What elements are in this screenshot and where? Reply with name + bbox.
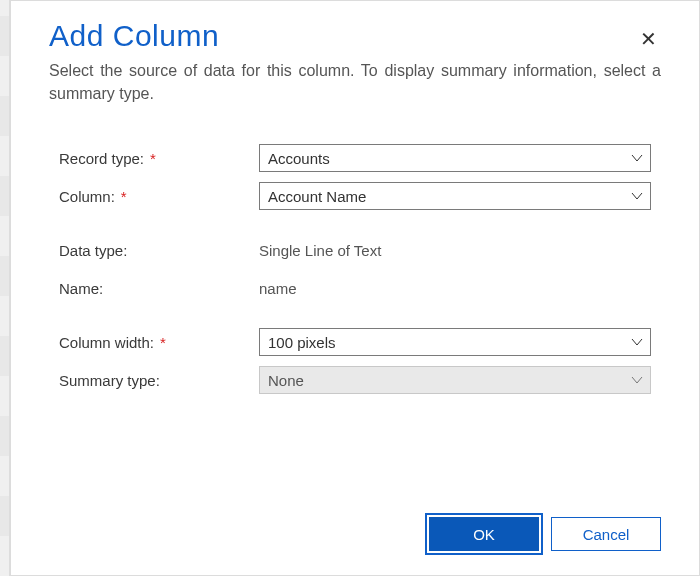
required-marker: * xyxy=(121,189,127,204)
row-data-type: Data type: Single Line of Text xyxy=(59,235,651,265)
label-text: Record type: xyxy=(59,150,144,167)
row-column-width: Column width: * 100 pixels xyxy=(59,327,651,357)
close-button[interactable]: ✕ xyxy=(636,25,661,53)
column-select[interactable]: Account Name xyxy=(259,182,651,210)
required-marker: * xyxy=(150,151,156,166)
required-marker: * xyxy=(160,335,166,350)
chevron-down-icon xyxy=(630,373,644,387)
label-text: Column width: xyxy=(59,334,154,351)
column-width-select[interactable]: 100 pixels xyxy=(259,328,651,356)
summary-type-select: None xyxy=(259,366,651,394)
ok-button[interactable]: OK xyxy=(429,517,539,551)
label-text: Summary type: xyxy=(59,372,160,389)
add-column-dialog: Add Column ✕ Select the source of data f… xyxy=(10,0,700,576)
chevron-down-icon xyxy=(630,151,644,165)
label-text: Column: xyxy=(59,188,115,205)
label-text: Data type: xyxy=(59,242,127,259)
select-value: Account Name xyxy=(268,188,366,205)
dialog-title: Add Column xyxy=(49,19,636,53)
chevron-down-icon xyxy=(630,335,644,349)
label-column-width: Column width: * xyxy=(59,334,259,351)
select-value: 100 pixels xyxy=(268,334,336,351)
data-type-value: Single Line of Text xyxy=(259,240,381,261)
dialog-header: Add Column ✕ xyxy=(49,19,661,59)
select-value: None xyxy=(268,372,304,389)
name-value: name xyxy=(259,278,297,299)
close-icon: ✕ xyxy=(640,28,657,50)
button-label: OK xyxy=(473,526,495,543)
label-data-type: Data type: xyxy=(59,242,259,259)
button-label: Cancel xyxy=(583,526,630,543)
dialog-footer: OK Cancel xyxy=(49,497,661,551)
row-column: Column: * Account Name xyxy=(59,181,651,211)
cancel-button[interactable]: Cancel xyxy=(551,517,661,551)
label-name: Name: xyxy=(59,280,259,297)
row-name: Name: name xyxy=(59,273,651,303)
label-text: Name: xyxy=(59,280,103,297)
label-column: Column: * xyxy=(59,188,259,205)
form-area: Record type: * Accounts Column: * Accoun… xyxy=(49,143,661,403)
label-record-type: Record type: * xyxy=(59,150,259,167)
label-summary-type: Summary type: xyxy=(59,372,259,389)
chevron-down-icon xyxy=(630,189,644,203)
row-record-type: Record type: * Accounts xyxy=(59,143,651,173)
select-value: Accounts xyxy=(268,150,330,167)
record-type-select[interactable]: Accounts xyxy=(259,144,651,172)
background-strip xyxy=(0,0,10,576)
dialog-description: Select the source of data for this colum… xyxy=(49,59,661,105)
row-summary-type: Summary type: None xyxy=(59,365,651,395)
